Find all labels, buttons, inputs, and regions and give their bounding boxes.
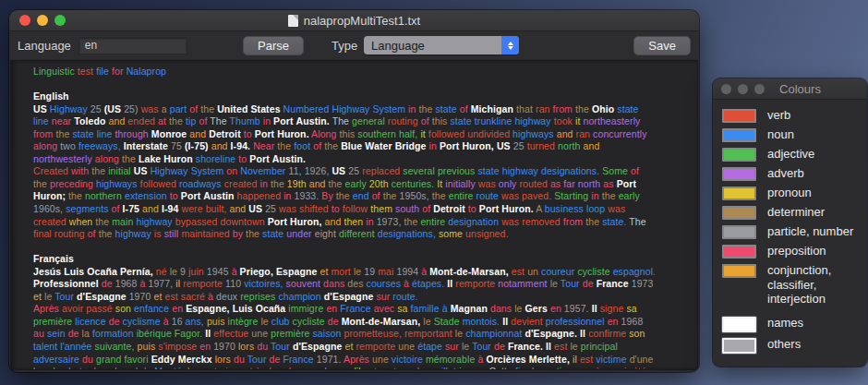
word: sacré [181,291,205,302]
word: saison [312,328,341,339]
zoom-button-inactive[interactable] [754,84,765,94]
word: several [403,165,435,176]
word: in [591,190,598,201]
close-button-inactive[interactable] [721,84,731,94]
word: then [344,216,363,227]
word: the [33,178,47,189]
word: lors [238,341,254,352]
word: was [501,216,519,227]
colour-swatch-adjective[interactable] [722,148,756,162]
text-line: et le Tour d'Espagne 1970 et est sacré à… [33,291,692,304]
word: United [217,103,247,114]
word: de [68,328,79,339]
word: Numbered [283,103,330,114]
word: and [109,115,126,126]
legend-label: names [767,316,803,331]
word: sein [47,328,66,339]
word: professionnel [546,316,605,327]
word: Interstate [124,140,168,151]
text-line: from the state line through Monroe and D… [33,128,692,141]
word: highway [514,115,550,126]
word: Mont-de-Marsan, [342,316,421,327]
text-line: Huron; the northern extension to Port Au… [33,190,692,203]
titlebar[interactable]: nalapropMultiTest1.txt [9,10,699,31]
word: Huron; [33,190,66,201]
word: à [421,266,427,277]
word: première [33,316,72,327]
word: highways [512,128,554,139]
word: business [545,203,584,214]
word: was [141,103,159,114]
word: championnat [465,328,522,339]
colour-swatch-pronoun[interactable] [722,186,756,200]
colour-swatch-conjunction[interactable] [722,264,756,278]
word: followed [140,178,176,189]
word: state [450,115,471,126]
word: initial [108,165,131,176]
word: Port [255,128,274,139]
word: formation [92,328,134,339]
language-input[interactable] [78,37,187,54]
word: et [33,291,42,302]
minimize-button-inactive[interactable] [738,84,748,94]
word: de [109,316,120,327]
word: the [246,228,259,239]
word: cycliste [577,266,609,277]
word: when [69,216,93,227]
word: avoir [609,366,630,370]
word: of [313,140,321,151]
word: et [344,341,353,352]
word: Tour [247,354,267,365]
word: in [260,178,268,189]
word: 1933. [295,190,319,201]
word: du [82,354,93,365]
word: col [126,366,139,370]
word: unsigned. [465,228,508,239]
text-line: US Highway 25 (US 25) was a part of the … [33,103,692,116]
colour-swatch-preposition[interactable] [722,245,756,259]
colour-swatch-determiner[interactable] [722,206,756,220]
word: dramatique [528,366,578,370]
word: created [33,216,66,227]
word: 19th [287,178,307,189]
word: sa [626,303,636,314]
word: that [516,103,533,114]
text-area[interactable]: Linguistic test file for Nalaprop Englis… [10,60,698,370]
colour-swatch-others[interactable] [722,338,756,354]
colour-swatch-particle[interactable] [722,225,756,239]
text-line: première licence de cyclisme à 16 ans, p… [33,316,692,329]
parse-button[interactable]: Parse [243,36,304,55]
word: ran [536,103,549,114]
colours-titlebar[interactable]: Colours [713,78,867,100]
word: Huron, [290,216,321,227]
word: ans, [186,316,204,327]
colour-swatch-noun[interactable] [722,128,756,142]
word: state [435,103,456,114]
word: cyclisme [123,316,161,327]
word: un [527,266,538,277]
word: to [170,190,178,201]
word: une [398,341,415,352]
word: le [423,316,430,327]
word: The [332,115,349,126]
word: shifted [299,203,329,214]
word: 9 [180,266,186,277]
type-dropdown[interactable]: Language [364,36,519,54]
text-line: Français [33,253,692,266]
word: France [340,303,370,314]
colour-swatch-adverb[interactable] [722,167,756,181]
word: 1945 [207,266,229,277]
word: the [169,115,183,126]
save-button[interactable]: Save [633,36,691,55]
word: the [91,165,105,176]
word: abandonner [264,366,317,370]
legend-label: pronoun [767,186,812,200]
word: le [462,341,469,352]
colour-swatch-names[interactable] [722,317,756,332]
legend-row-adverb: adverb [722,166,858,181]
colour-swatch-verb[interactable] [722,109,756,123]
word: en [550,303,561,314]
document-icon [288,15,298,27]
word: early [619,190,640,201]
word: Detroit [209,128,241,139]
